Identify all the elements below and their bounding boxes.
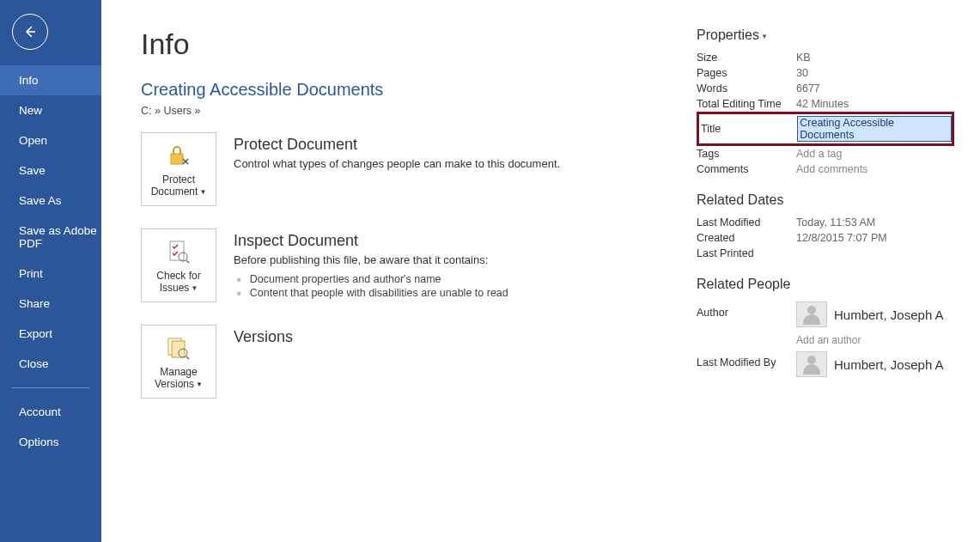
svg-rect-1 [170,241,184,260]
people-label: Last Modified By [697,351,796,368]
nav-label: Open [19,134,47,147]
inspect-desc: Before publishing this file, be aware th… [234,253,508,266]
prop-row-words: Words 6677 [697,81,954,96]
nav-item-export[interactable]: Export [0,319,101,349]
nav-label: Save as Adobe PDF [19,224,97,250]
avatar-icon [796,301,827,327]
nav-label: Export [19,327,52,340]
nav-label: Save [19,164,46,177]
protect-document-button[interactable]: Protect Document▼ [141,132,216,206]
inspect-bullet: Content that people with disabilities ar… [237,287,508,299]
prop-value: 42 Minutes [796,98,849,110]
inspect-bullet: Document properties and author's name [237,273,508,285]
nav-item-info[interactable]: Info [0,65,101,95]
nav-item-print[interactable]: Print [0,259,101,289]
related-dates-heading: Related Dates [697,192,954,208]
nav-label: Share [19,297,50,310]
nav-label: New [19,104,42,117]
nav-item-new[interactable]: New [0,95,101,125]
author-person[interactable]: Humbert, Joseph A [796,301,944,327]
nav-item-share[interactable]: Share [0,289,101,319]
versions-icon [166,333,192,362]
prop-label: Pages [697,67,796,79]
last-modified-by-person[interactable]: Humbert, Joseph A [796,351,944,377]
versions-section: Manage Versions▼ Versions [141,325,697,399]
prop-row-size: Size KB [697,50,954,65]
add-author-link[interactable]: Add an author [796,334,944,346]
check-for-issues-button[interactable]: Check for Issues▼ [141,228,216,302]
nav-label: Info [19,74,39,87]
related-people-section: Related People Author Humbert, Joseph A … [697,277,954,380]
prop-label: Comments [697,163,796,175]
prop-label: Tags [697,148,796,160]
date-row-last-printed: Last Printed [697,246,954,261]
add-comments-link[interactable]: Add comments [796,163,867,175]
versions-heading: Versions [234,328,293,346]
back-arrow-icon [21,23,39,40]
protect-section: Protect Document▼ Protect Document Contr… [141,132,697,206]
document-path: C: » Users » [141,105,697,117]
nav-label: Print [19,267,43,280]
author-name: Humbert, Joseph A [834,308,944,322]
protect-heading: Protect Document [234,136,560,154]
manage-versions-label: Manage Versions [155,366,198,390]
prop-row-editing-time: Total Editing Time 42 Minutes [697,96,954,112]
prop-value: 6677 [796,82,820,94]
manage-versions-button[interactable]: Manage Versions▼ [141,325,216,399]
lock-icon [166,141,192,170]
nav-label: Close [19,357,49,370]
nav-label: Account [19,405,61,418]
document-title: Creating Accessible Documents [141,80,697,100]
last-modified-by-name: Humbert, Joseph A [834,357,944,372]
date-label: Last Printed [697,247,796,259]
avatar-icon [796,351,827,377]
title-input[interactable]: Creating Accessible Documents [797,116,952,142]
chevron-down-icon: ▼ [199,188,206,197]
protect-desc: Control what types of changes people can… [234,157,560,170]
inspect-heading: Inspect Document [234,232,508,250]
nav-item-close[interactable]: Close [0,349,101,379]
date-row-created: Created 12/8/2015 7:07 PM [697,230,954,246]
nav-item-open[interactable]: Open [0,125,101,155]
nav-item-options[interactable]: Options [0,427,101,457]
inspect-bullets: Document properties and author's name Co… [237,273,508,299]
nav-item-save-as-adobe-pdf[interactable]: Save as Adobe PDF [0,216,101,259]
prop-row-comments: Comments Add comments [697,161,954,177]
svg-rect-0 [171,154,183,164]
add-tag-link[interactable]: Add a tag [796,148,843,160]
backstage-view: Info New Open Save Save As Save as Adobe… [0,0,980,542]
properties-dropdown[interactable]: Properties▼ [697,27,954,43]
people-row-author: Author Humbert, Joseph A Add an author [697,299,954,349]
related-people-heading: Related People [697,277,954,292]
protect-button-label: Protect Document [151,174,198,198]
chevron-down-icon: ▼ [191,284,198,293]
nav-label: Save As [19,194,62,207]
nav-label: Options [19,435,59,448]
chevron-down-icon: ▼ [761,33,768,40]
backstage-sidebar: Info New Open Save Save As Save as Adobe… [0,0,101,542]
nav-separator [12,387,89,388]
prop-value: KB [796,52,811,64]
chevron-down-icon: ▼ [196,381,203,389]
prop-row-tags: Tags Add a tag [697,146,954,161]
nav-item-save-as[interactable]: Save As [0,186,101,216]
people-row-last-modified-by: Last Modified By Humbert, Joseph A [697,349,954,380]
checklist-icon [166,237,192,266]
page-title: Info [141,27,697,61]
prop-row-title: Title Creating Accessible Documents [697,112,954,146]
related-dates-section: Related Dates Last Modified Today, 11:53… [697,192,954,261]
properties-panel: Properties▼ Size KB Pages 30 Words 6677 … [697,27,954,542]
date-row-last-modified: Last Modified Today, 11:53 AM [697,215,954,230]
info-center-column: Info Creating Accessible Documents C: » … [141,27,697,542]
prop-label: Size [697,52,796,64]
nav-item-account[interactable]: Account [0,397,101,427]
date-value: Today, 11:53 AM [796,216,875,228]
people-label: Author [697,301,796,319]
prop-label: Total Editing Time [697,98,796,110]
nav-item-save[interactable]: Save [0,155,101,186]
prop-value: 30 [796,67,808,79]
date-label: Created [697,232,796,244]
prop-label: Words [697,82,796,94]
info-main: Info Creating Accessible Documents C: » … [101,0,980,542]
back-button[interactable] [12,14,48,50]
